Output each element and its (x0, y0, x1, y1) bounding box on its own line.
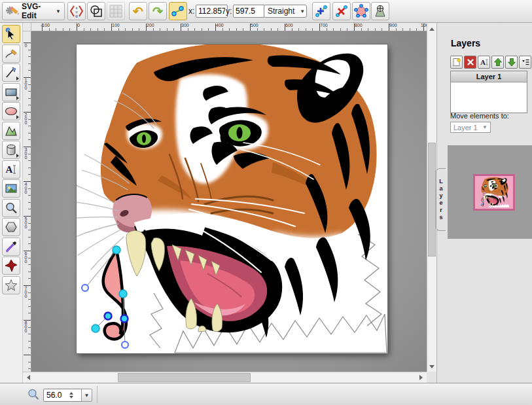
workspace[interactable] (31, 31, 427, 372)
move-elements-select[interactable]: Layer 1 ▼ (450, 122, 491, 133)
arrow-up-icon (429, 27, 434, 31)
line-icon (5, 66, 18, 79)
menu-caret-icon: ▼ (56, 9, 61, 14)
vertical-scroll-thumb[interactable] (428, 143, 436, 256)
ruler-label: -100 (41, 23, 50, 27)
delete-node-button[interactable] (332, 2, 351, 20)
path-node[interactable] (92, 325, 99, 332)
selected-path-overlay[interactable] (82, 246, 128, 348)
canvas-artwork[interactable] (77, 44, 387, 353)
layer-buttons-row: A (450, 56, 532, 69)
top-toolbar: SVG-Edit ▼ s v g (0, 0, 532, 23)
path-node[interactable] (105, 313, 112, 320)
layer-menu-icon (521, 58, 530, 67)
svg-canvas[interactable] (77, 44, 387, 353)
side-tab-label: Layers (438, 178, 444, 221)
path-control-handle[interactable] (122, 342, 128, 348)
new-layer-button[interactable] (450, 56, 463, 69)
segment-type-select[interactable]: Straight ▼ (264, 5, 307, 18)
zoom-preset-dropdown[interactable]: ▼ (81, 389, 92, 402)
tool-select[interactable] (2, 25, 20, 43)
ruler-label: 100 (112, 23, 120, 27)
layer-menu-button[interactable] (519, 56, 531, 69)
layers-panel: Layers A (436, 23, 532, 383)
delete-layer-button[interactable] (464, 56, 476, 69)
tool-ruby-shape[interactable] (2, 256, 20, 275)
scroll-left-button[interactable] (23, 372, 34, 383)
layers-panel-toggle-tab[interactable]: Layers (436, 168, 446, 231)
scroll-right-button[interactable] (416, 372, 427, 383)
ruler-horizontal: -100 0 100 200 300 400 500 600 700 800 9… (31, 23, 427, 31)
tool-pencil[interactable] (2, 44, 20, 63)
layer-list-body[interactable] (451, 82, 527, 113)
tool-ellipse[interactable] (2, 102, 20, 120)
tool-polygon[interactable] (2, 218, 20, 236)
zoom-spinner[interactable] (68, 390, 75, 400)
tool-line[interactable] (2, 63, 20, 82)
wireframe-button[interactable] (87, 2, 105, 20)
move-layer-down-button[interactable] (505, 56, 518, 69)
layers-panel-title: Layers (451, 38, 480, 48)
move-layer-up-button[interactable] (491, 56, 504, 69)
link-control-points-button[interactable] (371, 2, 389, 20)
tool-shape-library[interactable] (2, 141, 20, 159)
tool-eyedropper[interactable] (2, 238, 20, 256)
left-tool-palette: A (0, 23, 23, 383)
tool-text[interactable]: A (2, 160, 20, 179)
tool-rectangle[interactable] (2, 83, 20, 101)
ruler-label: 300 (181, 23, 189, 27)
canvas-thumbnail[interactable] (473, 174, 515, 211)
path-node[interactable] (113, 246, 120, 254)
open-close-path-button[interactable] (352, 2, 370, 20)
horizontal-scroll-thumb[interactable] (118, 373, 251, 382)
path-node[interactable] (119, 290, 127, 298)
flyout-arrow-icon (16, 154, 19, 158)
canvas-preview-box (448, 145, 532, 239)
horizontal-scrollbar[interactable] (23, 372, 427, 383)
source-editor-button[interactable]: s v g (67, 2, 86, 20)
rename-layer-button[interactable]: A (478, 56, 490, 69)
scroll-down-button[interactable] (427, 361, 436, 372)
layer-list[interactable]: Layer 1 (450, 71, 527, 113)
path-control-handle[interactable] (82, 285, 88, 291)
bottom-bar-separator (97, 386, 98, 403)
source-code-icon: s v g (69, 4, 84, 18)
ruler-label: 300 (24, 147, 28, 159)
tool-image[interactable] (2, 179, 20, 198)
undo-button[interactable]: ↶ (129, 2, 147, 20)
select-arrow-icon (5, 27, 18, 41)
ruler-label: 400 (24, 182, 28, 194)
bottom-bar: ▼ (0, 383, 532, 405)
path-edit-mode-button[interactable] (169, 2, 187, 20)
thumbnail-artwork (475, 176, 513, 209)
add-node-icon (314, 4, 328, 18)
eyedropper-icon (5, 240, 18, 253)
ellipse-icon (5, 105, 18, 118)
layer-up-icon (493, 58, 503, 67)
path-node[interactable] (121, 315, 128, 323)
hexagon-icon (5, 220, 18, 234)
main-menu-button[interactable]: SVG-Edit ▼ (2, 2, 65, 20)
tool-path[interactable] (2, 122, 20, 140)
add-node-button[interactable] (312, 2, 330, 20)
spinner-down-icon (69, 396, 73, 398)
redo-button[interactable]: ↷ (149, 2, 167, 20)
ruler-label: 1000 (421, 23, 427, 27)
vertical-scrollbar[interactable] (427, 24, 436, 372)
ruler-corner (23, 23, 31, 31)
ruler-vertical: 0 100 200 300 400 500 600 700 800 (23, 31, 31, 372)
grid-button[interactable] (107, 2, 125, 20)
x-coordinate-input[interactable] (196, 5, 228, 18)
text-icon: A (5, 163, 18, 176)
tool-star[interactable] (2, 276, 20, 294)
delete-node-icon (334, 4, 349, 18)
layer-list-item[interactable]: Layer 1 (451, 71, 527, 82)
tool-zoom[interactable] (2, 199, 20, 217)
scroll-up-button[interactable] (427, 24, 436, 34)
flyout-arrow-icon (16, 115, 19, 119)
y-coordinate-input[interactable] (233, 5, 265, 18)
scrollbar-corner (427, 372, 437, 383)
svg-text:A: A (6, 164, 13, 175)
ruler-label: 200 (147, 23, 154, 27)
ruler-label: 700 (320, 23, 328, 27)
